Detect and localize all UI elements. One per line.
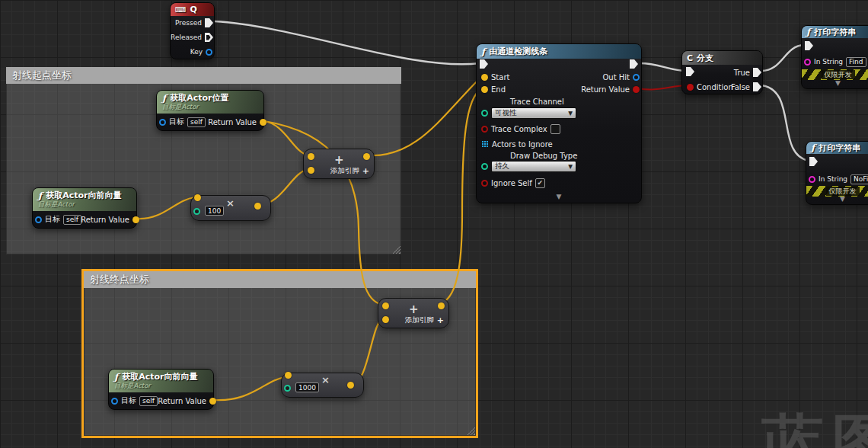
pin-row-end: End xyxy=(481,84,506,94)
add-input-b-pin[interactable] xyxy=(382,316,389,323)
node-multiply-1000[interactable]: 1000 × xyxy=(281,373,364,398)
multiply-input-a-pin[interactable] xyxy=(285,372,292,379)
node-header[interactable]: ⌨ Q xyxy=(171,3,214,16)
add-input-a-pin[interactable] xyxy=(308,153,314,160)
node-header[interactable]: ƒ获取Actor位置 目标是Actor xyxy=(157,91,263,114)
draw-debug-type-label: Draw Debug Type xyxy=(510,152,577,160)
node-title: 获取Actor向前向量 xyxy=(122,373,197,382)
add-input-a-pin[interactable] xyxy=(382,302,389,309)
multiply-input-a-pin[interactable] xyxy=(194,194,201,201)
start-pin[interactable] xyxy=(481,74,488,81)
exec-in-pin[interactable] xyxy=(805,41,813,50)
in-string-value-box[interactable]: Find xyxy=(846,57,866,67)
multiply-output-pin[interactable] xyxy=(347,382,354,389)
key-pin[interactable] xyxy=(206,49,212,56)
trace-complex-pin[interactable] xyxy=(481,126,488,133)
node-header[interactable]: Ϲ 分支 xyxy=(682,51,762,65)
return-value-pin[interactable] xyxy=(633,86,640,93)
exec-in-pin[interactable] xyxy=(809,157,818,166)
ignore-self-pin[interactable] xyxy=(481,180,488,187)
pin-label: Actors to Ignore xyxy=(492,140,553,149)
comment-ray-end[interactable]: 射线终点坐标 xyxy=(84,271,476,436)
multiply-output-pin[interactable] xyxy=(254,203,261,210)
add-pin-plus-icon: + xyxy=(437,315,444,325)
pin-label: Start xyxy=(491,73,509,82)
node-get-actor-location[interactable]: ƒ获取Actor位置 目标是Actor 目标 self Return Value xyxy=(156,90,264,131)
collapse-arrow-icon[interactable]: ▼ xyxy=(806,195,868,203)
target-pin[interactable] xyxy=(111,398,118,405)
node-subtitle: 目标是Actor xyxy=(162,103,199,110)
ignore-self-checkbox[interactable]: ✔ xyxy=(535,178,545,188)
pin-row-start: Start xyxy=(481,72,509,82)
false-exec-pin[interactable] xyxy=(753,82,761,91)
node-print-string-notfound[interactable]: ƒ 打印字符串 In String NoFind 仅限开发 ▼ xyxy=(806,141,868,205)
wire-exec-pressed-trace xyxy=(215,21,480,64)
node-branch[interactable]: Ϲ 分支 Condition True False xyxy=(681,50,763,94)
pin-label: Return Value xyxy=(581,85,630,94)
exec-out-pin[interactable] xyxy=(630,59,638,69)
trace-complex-checkbox[interactable] xyxy=(550,124,560,134)
node-get-forward-vector-top[interactable]: ƒ获取Actor向前向量 目标是Actor 目标 self Return Val… xyxy=(32,187,137,229)
pin-row-actors-to-ignore: Actors to Ignore xyxy=(481,139,553,149)
add-pin-control[interactable]: 添加引脚+ xyxy=(330,166,369,176)
node-header[interactable]: ƒ获取Actor向前向量 目标是Actor xyxy=(109,370,213,392)
pin-label: Ignore Self xyxy=(491,179,532,187)
resize-grip[interactable] xyxy=(467,427,475,435)
node-multiply-100[interactable]: 100 × xyxy=(190,195,271,221)
target-value-box[interactable]: self xyxy=(63,215,81,225)
draw-debug-pin[interactable] xyxy=(481,163,488,170)
exec-pin-released[interactable] xyxy=(205,33,213,42)
exec-pin-pressed[interactable] xyxy=(205,18,213,27)
target-pin[interactable] xyxy=(35,216,42,223)
collapse-arrow-icon[interactable]: ▼ xyxy=(477,193,641,200)
draw-debug-dropdown[interactable]: 持久 ▼ xyxy=(491,161,576,172)
node-vector-add-top[interactable]: + 添加引脚+ xyxy=(303,149,375,179)
node-header[interactable]: ƒ获取Actor向前向量 目标是Actor xyxy=(33,188,136,211)
return-value-pin[interactable] xyxy=(132,216,139,223)
out-hit-pin[interactable] xyxy=(633,74,640,81)
in-string-value-box[interactable]: NoFind xyxy=(850,174,868,184)
multiply-value-box[interactable]: 100 xyxy=(205,206,224,216)
exec-in-pin[interactable] xyxy=(480,59,488,69)
pin-label: In String xyxy=(819,175,847,183)
comment-header[interactable]: 射线起点坐标 xyxy=(6,67,401,84)
node-print-string-found[interactable]: ƒ 打印字符串 In String Find 仅限开发 ▼ xyxy=(801,25,868,89)
return-value-pin[interactable] xyxy=(209,398,216,405)
pin-row-condition: Condition xyxy=(687,82,733,92)
pin-label: 目标 xyxy=(121,395,136,406)
trace-channel-pin[interactable] xyxy=(481,110,488,117)
array-pin-icon[interactable] xyxy=(482,141,483,142)
true-exec-pin[interactable] xyxy=(753,68,761,77)
wire-exec-false-print xyxy=(761,85,809,161)
target-pin[interactable] xyxy=(159,119,166,126)
node-header[interactable]: ƒ 打印字符串 xyxy=(806,142,868,154)
end-pin[interactable] xyxy=(481,86,488,93)
node-header[interactable]: ƒ 打印字符串 xyxy=(802,26,868,38)
target-value-box[interactable]: self xyxy=(139,396,158,406)
comment-header[interactable]: 射线终点坐标 xyxy=(84,271,476,288)
node-vector-add-bottom[interactable]: + 添加引脚+ xyxy=(378,298,449,328)
add-output-pin[interactable] xyxy=(438,302,445,309)
multiply-input-b-pin[interactable] xyxy=(193,208,200,215)
wire-exec-true-print xyxy=(761,45,804,71)
node-get-forward-vector-bottom[interactable]: ƒ获取Actor向前向量 目标是Actor 目标 self Return Val… xyxy=(108,369,214,410)
node-event-key-q[interactable]: ⌨ Q Pressed Released Key xyxy=(170,2,215,59)
blueprint-canvas[interactable]: 射线起点坐标 射线终点坐标 ⌨ Q Pressed Released xyxy=(0,0,868,448)
multiply-value-box[interactable]: 1000 xyxy=(295,382,319,392)
multiply-input-b-pin[interactable] xyxy=(284,385,291,392)
node-line-trace-by-channel[interactable]: ƒ 由通道检测线条 Start End Trace Channel 可视性 ▼ … xyxy=(476,43,642,203)
trace-channel-dropdown[interactable]: 可视性 ▼ xyxy=(491,107,576,119)
in-string-pin[interactable] xyxy=(809,176,815,183)
node-header[interactable]: ƒ 由通道检测线条 xyxy=(477,44,641,59)
return-value-pin[interactable] xyxy=(260,119,266,126)
exec-in-pin[interactable] xyxy=(686,67,694,76)
collapse-arrow-icon[interactable]: ▼ xyxy=(802,79,868,87)
target-value-box[interactable]: self xyxy=(187,117,206,127)
add-output-pin[interactable] xyxy=(363,153,370,160)
condition-pin[interactable] xyxy=(687,84,694,91)
add-pin-control[interactable]: 添加引脚+ xyxy=(405,315,444,325)
add-input-b-pin[interactable] xyxy=(308,167,314,174)
resize-grip[interactable] xyxy=(392,245,400,254)
plus-icon: + xyxy=(334,155,344,165)
in-string-pin[interactable] xyxy=(804,59,811,66)
